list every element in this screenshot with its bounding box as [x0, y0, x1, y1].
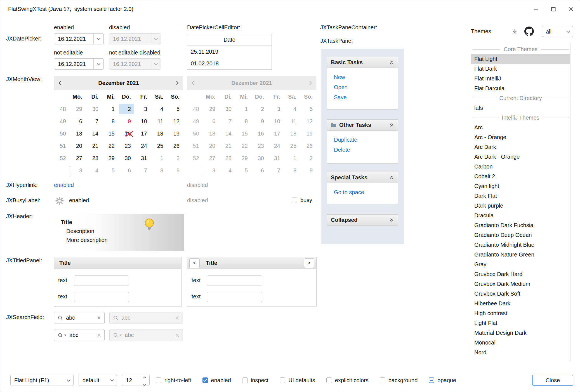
day-cell[interactable]: 4	[86, 164, 102, 177]
day-cell[interactable]: 26	[167, 140, 183, 152]
minimize-button[interactable]	[527, 0, 544, 18]
checkbox-opaque[interactable]: opaque	[429, 377, 456, 384]
checkbox-box[interactable]	[156, 377, 161, 383]
theme-list-item-gray[interactable]: Gray	[471, 260, 570, 269]
taskpane-header-collapsed[interactable]: Collapsed	[327, 214, 398, 226]
theme-list-item-gradianto-nature-green[interactable]: Gradianto Nature Green	[471, 250, 570, 260]
table-row[interactable]: 25.11.2019	[187, 46, 272, 58]
theme-list-item-cobalt-2[interactable]: Cobalt 2	[471, 172, 570, 181]
previous-month-icon[interactable]	[58, 80, 61, 85]
theme-list-item-arc-dark[interactable]: Arc Dark	[471, 142, 570, 152]
themes-list[interactable]: Core ThemesFlat LightFlat DarkFlat Intel…	[471, 43, 570, 361]
busy-checkbox-group[interactable]: busy	[292, 197, 312, 203]
day-cell[interactable]: 31	[135, 152, 151, 164]
close-window-button[interactable]	[562, 0, 580, 18]
day-cell[interactable]: 17	[135, 127, 151, 140]
day-cell[interactable]: 18	[151, 127, 167, 140]
maximize-button[interactable]	[544, 0, 562, 18]
day-cell[interactable]: 20	[70, 140, 86, 152]
theme-list-item-hiberbee-dark[interactable]: Hiberbee Dark	[471, 299, 570, 308]
checkbox-box[interactable]	[242, 377, 248, 383]
day-cell[interactable]: 30	[86, 103, 102, 115]
theme-list-item-flat-darcula[interactable]: Flat Darcula	[471, 84, 570, 93]
checkbox-box[interactable]	[429, 377, 434, 383]
taskpane-link-save[interactable]: Save	[334, 92, 398, 102]
table-row[interactable]: 01.02.2018	[187, 58, 272, 69]
checkbox-enabled[interactable]: enabled	[202, 377, 231, 384]
day-cell[interactable]: 2	[118, 103, 135, 115]
checkbox-inspect[interactable]: inspect	[242, 377, 268, 384]
taskpane-header-basic-tasks[interactable]: Basic Tasks	[327, 57, 398, 68]
day-cell[interactable]: 28	[86, 152, 102, 164]
theme-list-item-gradianto-dark-fuchsia[interactable]: Gradianto Dark Fuchsia	[471, 220, 570, 230]
close-button[interactable]: Close	[532, 375, 573, 386]
day-cell[interactable]: 1	[102, 103, 118, 115]
theme-list-item-lafs[interactable]: lafs	[471, 103, 570, 113]
day-cell[interactable]: 29	[70, 103, 86, 115]
theme-list-item-gruvbox-dark-medium[interactable]: Gruvbox Dark Medium	[471, 279, 570, 289]
theme-list-item-monocai[interactable]: Monocai	[471, 338, 570, 348]
day-cell[interactable]: 7	[135, 164, 151, 177]
theme-list-item-dracula[interactable]: Dracula	[471, 211, 570, 220]
hyperlink-enabled[interactable]: enabled	[54, 182, 74, 188]
day-cell[interactable]: 29	[102, 152, 118, 164]
taskpane-link-new[interactable]: New	[334, 72, 398, 82]
day-cell[interactable]: 30	[118, 152, 135, 164]
day-cell[interactable]: 14	[86, 127, 102, 140]
taskpane-link-open[interactable]: Open	[334, 82, 398, 92]
github-icon[interactable]	[524, 27, 534, 36]
theme-list-item-arc-orange[interactable]: Arc - Orange	[471, 132, 570, 142]
text-field[interactable]	[207, 275, 262, 286]
day-cell[interactable]: 8	[151, 164, 167, 177]
text-field[interactable]	[74, 292, 129, 302]
taskpane-header-special-tasks[interactable]: Special Tasks	[327, 172, 398, 183]
text-field[interactable]	[207, 292, 262, 302]
day-cell[interactable]: 2	[167, 152, 183, 164]
datepicker-value[interactable]: 16.12.2021	[54, 36, 93, 42]
theme-list-item-high-contrast[interactable]: High contrast	[471, 308, 570, 318]
search-dropdown-icon[interactable]	[58, 332, 67, 338]
day-cell[interactable]: 7	[86, 115, 102, 127]
datepicker-enabled[interactable]: 16.12.2021	[54, 33, 104, 44]
theme-list-item-dark-flat[interactable]: Dark Flat	[471, 191, 570, 201]
spinner-down-icon[interactable]	[143, 381, 147, 387]
day-cell[interactable]: 15	[102, 127, 118, 140]
theme-list-item-cyan-light[interactable]: Cyan light	[471, 181, 570, 191]
checkbox-background[interactable]: background	[380, 377, 418, 384]
theme-list-item-gruvbox-dark-soft[interactable]: Gruvbox Dark Soft	[471, 289, 570, 299]
clear-icon[interactable]	[97, 333, 101, 337]
day-cell[interactable]: 4	[151, 103, 167, 115]
checkbox-box[interactable]	[280, 377, 285, 383]
theme-list-item-nord[interactable]: Nord	[471, 348, 570, 357]
spinner-up-icon[interactable]	[143, 374, 147, 380]
monthview-enabled[interactable]: Dezember 2021 Mo.Di.Mi.Do.Fr.Sa.So.48293…	[54, 76, 183, 177]
style-combobox[interactable]: default	[79, 375, 117, 386]
day-cell[interactable]: 22	[102, 140, 118, 152]
theme-list-item-flat-dark[interactable]: Flat Dark	[471, 64, 570, 74]
laf-combobox[interactable]: Flat Light (F1)	[10, 375, 74, 386]
search-field[interactable]: abc	[54, 312, 105, 324]
theme-list-item-gradianto-deep-ocean[interactable]: Gradianto Deep Ocean	[471, 230, 570, 240]
checkbox-right-to-left[interactable]: right-to-left	[156, 377, 191, 384]
taskpane-link-delete[interactable]: Delete	[334, 145, 398, 155]
day-cell[interactable]: 3	[70, 164, 86, 177]
taskpane-header-other-tasks[interactable]: Other Tasks	[327, 119, 398, 131]
next-month-icon[interactable]	[176, 80, 179, 85]
day-cell[interactable]: 6	[118, 164, 135, 177]
checkbox-box[interactable]	[326, 377, 332, 383]
checkbox-box[interactable]	[380, 377, 385, 383]
day-cell[interactable]: 8	[102, 115, 118, 127]
checkbox-box[interactable]	[202, 377, 208, 383]
font-size-spinner[interactable]: 12	[122, 375, 150, 386]
theme-filter-combobox[interactable]: all	[542, 26, 573, 37]
taskpane-link-go-to-space[interactable]: Go to space	[334, 187, 398, 197]
taskpane-link-duplicate[interactable]: Duplicate	[334, 135, 398, 145]
day-cell[interactable]: 19	[167, 127, 183, 140]
theme-list-item-arc[interactable]: Arc	[471, 123, 570, 132]
theme-list-item-flat-light[interactable]: Flat Light	[471, 54, 570, 64]
theme-list-item-carbon[interactable]: Carbon	[471, 162, 570, 172]
day-cell[interactable]: 25	[151, 140, 167, 152]
day-cell[interactable]: 9	[118, 115, 135, 127]
chevron-down-icon[interactable]	[93, 59, 103, 69]
search-input[interactable]: abc	[69, 332, 94, 338]
